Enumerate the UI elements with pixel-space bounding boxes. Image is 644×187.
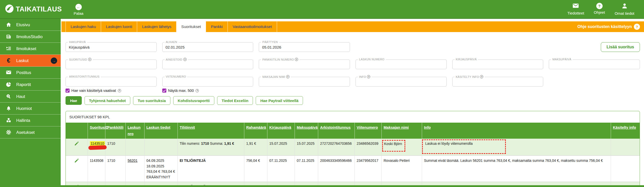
cell-maksupaiva: 07.11.2025 [295,155,318,182]
search-form: HAKUPÄIVÄ Kirjauspäivä ALKAEN 02.01.2025… [66,42,640,87]
col-kirjauspaiva[interactable]: Kirjauspäivä [267,123,295,139]
cell-maksajan-nimi: Koski Björn [381,139,422,155]
tab-pankki[interactable]: Pankki [206,21,228,32]
bell-icon [6,106,12,111]
help-icon: ? [367,75,370,78]
col-suoritusid[interactable]: SuoritusID [88,123,105,139]
cell-kirjauspaiva: 07.11.2025 [267,155,295,182]
checkbox-icon[interactable] [66,89,70,93]
ohjeet-button[interactable]: ? Ohjeet [592,3,607,16]
home-icon [6,22,12,27]
edit-pencil-icon[interactable] [74,143,79,147]
sidebar: Etusivu IlmoitusStudio Ilmoitukset € Las… [0,19,61,187]
col-pankkitili[interactable]: Pankkitili [105,123,125,139]
sidebar-item-haut[interactable]: Haut [0,91,61,103]
cell-laskun-nro: 56201 [125,155,144,182]
field-kasitelty-info[interactable]: KÄSITELTY INFO? [452,77,543,87]
back-button[interactable]: ← Palaa [74,4,83,16]
suoritukset-help-link[interactable]: Ohje suoritusten käsittelyyn ? [577,21,644,32]
field-info[interactable]: INFO? [356,77,447,87]
tuo-suorituksia-button[interactable]: Tuo suorituksia [133,96,170,105]
table-row[interactable]: 1143508 1710 56201 04.09.2025 18.09.2025… [66,155,640,182]
topbar-actions: Tiedotteet ? Ohjeet Omat tiedot [567,3,644,16]
logo[interactable]: TAIKATILAUS [0,4,61,14]
sidebar-item-laskut[interactable]: € Laskut → [0,55,61,67]
field-paattyen[interactable]: PÄÄTTYEN 05.01.2026 [259,42,350,52]
lisaa-suoritus-button[interactable]: Lisää suoritus [601,42,640,52]
sidebar-item-raportit[interactable]: Raportit [0,79,61,91]
col-laskun-tiedot[interactable]: Laskun tiedot [144,123,178,139]
col-info[interactable]: Info [422,123,611,139]
cell-tilioinnit: Tilin numero: 1710 Summa: 1,91 € [178,139,244,155]
tiedotteet-button[interactable]: Tiedotteet [567,3,584,16]
cell-suoritusid: 1143508 [88,155,105,182]
sidebar-item-asetukset[interactable]: Asetukset [0,126,61,138]
field-viitenumero[interactable]: VIITENUMERO [162,77,253,87]
kohdistusraportti-button[interactable]: Kohdistusraportti [173,96,214,105]
field-alkaen[interactable]: ALKAEN 02.01.2025 [162,42,253,52]
invoice-link[interactable]: 56201 [128,159,138,163]
tyhjenna-hakuehdot-button[interactable]: Tyhjennä hakuehdot [85,96,131,105]
sidebar-item-ilmoitukset[interactable]: Ilmoitukset [0,43,61,55]
field-hakupaiva[interactable]: HAKUPÄIVÄ Kirjauspäivä [66,42,157,52]
sidebar-item-postitus[interactable]: Postitus [0,67,61,79]
edit-pencil-icon[interactable] [74,160,79,164]
cell-kirjauspaiva: 15.07.2025 [267,139,295,155]
field-laskun-numero[interactable]: LASKUN NUMERO [356,60,447,69]
col-viitenumero[interactable]: Viitenumero [355,123,381,139]
cell-pankkitili: 1710 [105,139,125,155]
sidebar-item-huomiot[interactable]: Huomiot [0,103,61,114]
cell-pankkitili: 1710 [105,155,125,182]
field-kirjauspaiva[interactable]: KIRJAUSPÄIVÄ [452,60,543,69]
help-icon: ? [286,75,289,78]
envelope-icon [6,70,12,75]
action-buttons: Hae Tyhjennä hakuehdot Tuo suorituksia K… [66,96,640,105]
sidebar-item-etusivu[interactable]: Etusivu [0,19,61,31]
field-pankkitilin-numero[interactable]: PANKKITILIN NUMERO? [259,60,350,69]
red-marker-annotation [88,145,107,150]
tab-suoritukset[interactable]: Suoritukset [176,21,206,32]
col-arkistointitunnus[interactable]: Arkistointitunnus [318,123,355,139]
cell-rahamaara: 756,04 € [244,155,267,182]
tab-laskujen-haku[interactable]: Laskujen haku [66,21,101,32]
col-laskun-nro[interactable]: Laskun nro [125,123,144,139]
omat-tiedot-button[interactable]: Omat tiedot [615,3,634,16]
hae-paytrail-button[interactable]: Hae Paytrail viitteellä [256,96,303,105]
bottom-green-strip [0,185,644,187]
col-tilioinnit[interactable]: Tiliöinnit [178,123,244,139]
field-suoritusid[interactable]: SUORITUSID? [66,60,157,69]
hae-button[interactable]: Hae [66,96,82,105]
tab-laskujen-luonti[interactable]: Laskujen luonti [101,21,137,32]
checkbox-hae-vain-kasittelya-vaativat[interactable]: Hae vain käsittelyä vaativat ? [66,89,157,93]
field-arkistointitunnus[interactable]: ARKISTOINTITUNNUS [66,77,157,87]
sidebar-item-hallinta[interactable]: Hallinta [0,114,61,126]
col-maksajan-nimi[interactable]: Maksajan nimi [381,123,422,139]
cell-tilioinnit: EI TILIÖINTEJÄ [178,155,244,182]
red-dashed-annotation: Laskua ei löydy viitenumerolla [422,139,506,154]
field-maksajan-nimi[interactable]: MAKSAJAN NIMI? [259,77,350,87]
sidebar-item-ilmoitusstudio[interactable]: IlmoitusStudio [0,31,61,43]
cell-viitenumero: 23479562017 [355,155,381,182]
checkbox-nayta-max-500[interactable]: Näytä max. 500 ? [162,89,253,93]
checkbox-row: Hae vain käsittelyä vaativat ? Näytä max… [66,89,640,93]
app-window: TAIKATILAUS ← Palaa Tiedotteet ? Ohjeet … [0,0,644,187]
user-icon [621,3,628,10]
cell-laskun-tiedot: 04.09.2025 18.09.2025763,04 € 763,04 €ER… [144,155,178,182]
table-row[interactable]: 1143510 1710 Tilin numero: 1710 Summa: 1… [66,139,640,155]
results-panel: SUORITUKSET 98 KPL SuoritusID Pankkitili [66,111,640,187]
col-maksupaiva[interactable]: Maksupäivä [295,123,318,139]
cell-laskun-nro [125,139,144,155]
results-title: SUORITUKSET 98 KPL [66,111,640,123]
back-label: Palaa [74,11,83,16]
col-kasitelty-info[interactable]: Käsitelty info [611,123,640,139]
tab-vastaanottoilmoitukset[interactable]: Vastaanottoilmoitukset [228,21,277,32]
logo-leaf-icon [5,4,14,14]
list-icon [6,46,12,51]
tab-laskujen-lahetys[interactable]: Laskujen lähetys [137,21,176,32]
cell-kasitelty-info [611,139,640,155]
col-rahamaara[interactable]: Rahamäärä [244,123,267,139]
field-maksupaiva[interactable]: MAKSUPÄIVÄ [549,60,640,69]
tiedot-exceliin-button[interactable]: Tiedot Exceliin [217,96,253,105]
checkbox-icon[interactable] [162,89,166,93]
field-aineistoid[interactable]: AINEISTOID? [162,60,253,69]
